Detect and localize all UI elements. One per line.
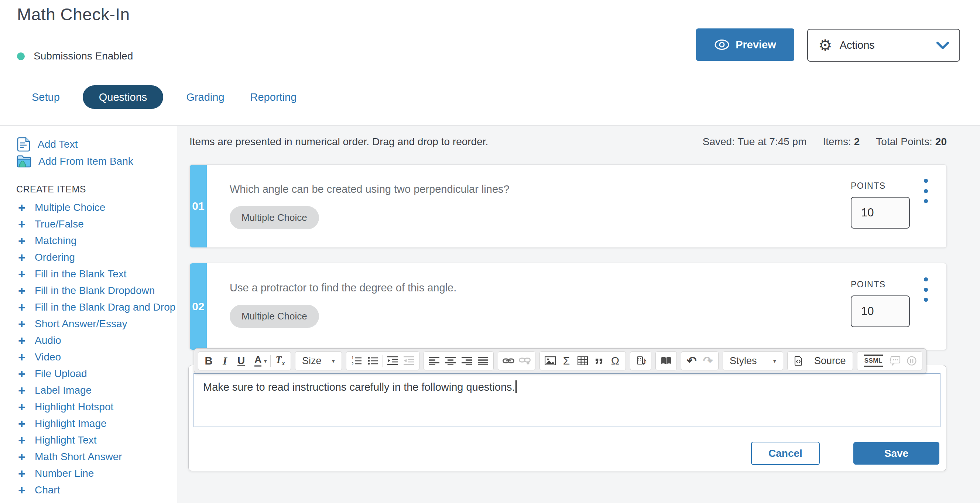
insert-table-button[interactable] — [574, 352, 591, 369]
font-size-dropdown[interactable]: Size▾ — [298, 352, 339, 369]
dictionary-group — [655, 351, 677, 371]
underline-button[interactable]: U — [233, 352, 249, 369]
tab-reporting[interactable]: Reporting — [247, 91, 300, 103]
sidebar-item-fitb-text[interactable]: +Fill in the Blank Text — [16, 266, 177, 282]
sidebar-item-chart[interactable]: +Chart — [16, 482, 177, 498]
caret-down-icon: ▾ — [773, 357, 776, 365]
plus-icon: + — [16, 301, 27, 314]
bullet-list-button[interactable] — [365, 352, 381, 369]
insert-image-button[interactable] — [542, 352, 558, 369]
insert-audio-button[interactable]: ♪ — [633, 352, 649, 369]
points-block: POINTS — [851, 280, 910, 327]
add-text-link[interactable]: Add Text — [16, 136, 177, 153]
special-character-button[interactable]: Ω — [607, 352, 623, 369]
sidebar-item-math-short-answer[interactable]: +Math Short Answer — [16, 448, 177, 465]
bullet-list-icon — [368, 356, 378, 366]
item-label: Highlight Image — [35, 418, 107, 430]
bold-icon: B — [205, 355, 213, 367]
sidebar-item-number-line[interactable]: +Number Line — [16, 465, 177, 482]
question-card-1[interactable]: 01 Which angle can be created using two … — [189, 164, 947, 248]
indent-decrease-button[interactable] — [401, 352, 417, 369]
plus-icon: + — [16, 284, 27, 297]
sidebar-item-fitb-dropdown[interactable]: +Fill in the Blank Dropdown — [16, 282, 177, 299]
omega-icon: Ω — [611, 355, 619, 367]
styles-dropdown[interactable]: Styles▾ — [725, 352, 781, 369]
sidebar-item-highlight-image[interactable]: +Highlight Image — [16, 415, 177, 432]
sidebar-item-multiple-choice[interactable]: +Multiple Choice — [16, 199, 177, 216]
gear-icon: ⚙ — [818, 38, 832, 53]
sidebar-item-highlight-text[interactable]: +Highlight Text — [16, 432, 177, 448]
preview-button[interactable]: Preview — [696, 29, 794, 61]
ssml-button[interactable]: SSML — [860, 352, 887, 369]
blockquote-button[interactable]: ” — [591, 352, 607, 369]
item-label: Chart — [35, 484, 60, 496]
plus-icon: + — [16, 484, 27, 497]
question-menu-button[interactable] — [918, 277, 933, 302]
insert-math-button[interactable]: Σ — [558, 352, 574, 369]
plus-icon: + — [16, 434, 27, 446]
question-type-pill: Multiple Choice — [230, 206, 319, 229]
question-card-2[interactable]: 02 Use a protractor to find the degree o… — [189, 263, 947, 350]
document-icon — [16, 136, 31, 153]
sidebar-item-true-false[interactable]: +True/False — [16, 216, 177, 232]
actions-button[interactable]: ⚙ Actions — [807, 29, 960, 62]
eye-icon — [714, 39, 730, 50]
indent-increase-button[interactable] — [384, 352, 401, 369]
save-button[interactable]: Save — [853, 442, 939, 465]
sidebar-item-label-image[interactable]: +Label Image — [16, 382, 177, 398]
caret-down-icon: ▾ — [332, 357, 335, 365]
item-label: Number Line — [35, 468, 94, 479]
items-count: Items:2 — [823, 136, 860, 148]
tab-questions[interactable]: Questions — [83, 85, 164, 109]
sidebar-item-ordering[interactable]: +Ordering — [16, 249, 177, 266]
redo-button[interactable]: ↷ — [700, 352, 716, 369]
italic-button[interactable]: I — [217, 352, 233, 369]
caret-down-icon: ▾ — [264, 357, 267, 365]
bold-button[interactable]: B — [200, 352, 217, 369]
align-center-icon — [445, 357, 456, 365]
points-input[interactable] — [851, 296, 910, 327]
plus-icon: + — [16, 234, 27, 247]
sidebar-item-audio[interactable]: +Audio — [16, 332, 177, 349]
align-center-button[interactable] — [442, 352, 458, 369]
align-right-button[interactable] — [458, 352, 475, 369]
plus-icon: + — [16, 334, 27, 347]
pause-icon — [907, 356, 916, 366]
align-left-button[interactable] — [426, 352, 442, 369]
editor-textarea[interactable]: Make sure to read instructions carefully… — [194, 373, 940, 427]
plus-icon: + — [16, 351, 27, 363]
source-button[interactable]: Source — [790, 352, 850, 369]
sidebar-item-short-answer[interactable]: +Short Answer/Essay — [16, 315, 177, 332]
editor-toolbar: B I U A▾ Tx Size▾ 12 — [194, 348, 926, 373]
item-label: Math Short Answer — [35, 451, 122, 463]
ordered-list-button[interactable]: 12 — [348, 352, 365, 369]
remove-format-button[interactable]: Tx — [272, 352, 288, 369]
item-label: Ordering — [35, 252, 75, 263]
list-indent-group: 12 — [346, 351, 420, 371]
remove-link-button[interactable] — [517, 352, 533, 369]
undo-button[interactable]: ↶ — [684, 352, 700, 369]
sidebar-item-matching[interactable]: +Matching — [16, 232, 177, 249]
sidebar-item-file-upload[interactable]: +File Upload — [16, 365, 177, 382]
item-label: Fill in the Blank Dropdown — [35, 285, 155, 296]
align-justify-button[interactable] — [475, 352, 491, 369]
divider — [270, 355, 270, 367]
question-text: Which angle can be created using two per… — [230, 183, 509, 195]
dictionary-button[interactable] — [658, 352, 674, 369]
add-from-item-bank-link[interactable]: Add From Item Bank — [16, 153, 177, 170]
comment-button[interactable] — [887, 352, 904, 369]
pause-button[interactable] — [904, 352, 920, 369]
text-color-button[interactable]: A▾ — [253, 352, 269, 369]
tab-grading[interactable]: Grading — [183, 91, 227, 103]
tab-setup[interactable]: Setup — [29, 91, 63, 103]
sidebar-item-highlight-hotspot[interactable]: +Highlight Hotspot — [16, 398, 177, 415]
ordered-list-icon: 12 — [352, 356, 362, 366]
insert-link-button[interactable] — [500, 352, 517, 369]
editor-content: Make sure to read instructions carefully… — [203, 381, 515, 393]
item-label: Label Image — [35, 384, 92, 396]
cancel-button[interactable]: Cancel — [751, 442, 820, 465]
sidebar-item-video[interactable]: +Video — [16, 349, 177, 365]
sidebar-item-fitb-drag-drop[interactable]: +Fill in the Blank Drag and Drop — [16, 299, 177, 315]
points-input[interactable] — [851, 197, 910, 229]
question-menu-button[interactable] — [918, 178, 933, 204]
